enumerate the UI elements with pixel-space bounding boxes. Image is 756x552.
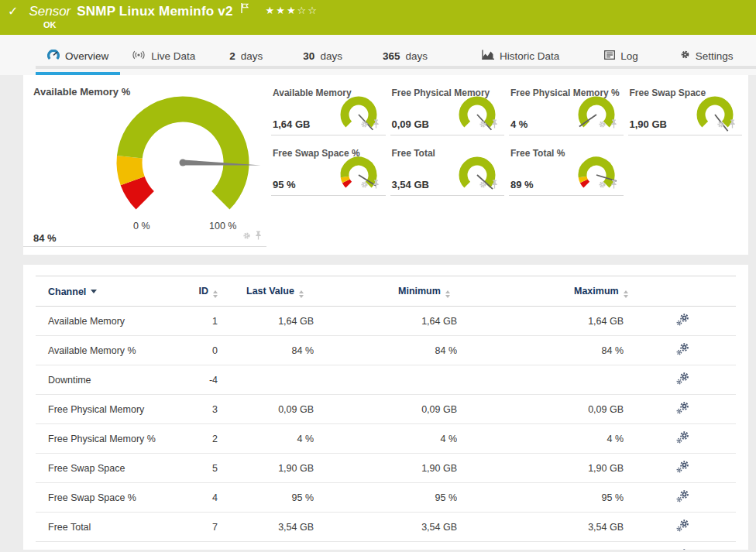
- cell-ch: Free Physical Memory %: [36, 424, 171, 454]
- gauge-pin-icon[interactable]: [373, 118, 380, 132]
- tab-label: days: [320, 50, 342, 62]
- cell-ch: Available Memory %: [36, 336, 171, 365]
- channel-settings-icon[interactable]: [676, 343, 689, 358]
- column-header-last-value[interactable]: Last Value: [218, 276, 314, 307]
- status-check-icon: ✓: [8, 5, 18, 18]
- tab-365-days[interactable]: 365days: [371, 43, 439, 69]
- gauge-pin-icon[interactable]: [729, 118, 736, 132]
- gauge-pin-icon[interactable]: [610, 178, 617, 192]
- gauge-settings-gear-icon[interactable]: [598, 178, 607, 192]
- cell-ch: Downtime: [36, 365, 171, 395]
- sort-active-icon: [91, 290, 97, 293]
- cell-lv: 1,90 GB: [218, 454, 314, 483]
- tab-label: Live Data: [151, 50, 195, 62]
- column-header-minimum[interactable]: Minimum: [314, 276, 457, 307]
- gauge-title: Free Total: [392, 148, 435, 159]
- gauge-settings-gear-icon[interactable]: [716, 118, 725, 132]
- sort-icon: [299, 290, 304, 298]
- main-gauge-value: 84 %: [33, 232, 57, 244]
- table-row: Free Swap Space %495 %95 %95 %: [36, 483, 736, 513]
- tab-overview[interactable]: Overview: [36, 43, 120, 69]
- gauge-tile-free-total-pct[interactable]: Free Total %89 %: [509, 145, 624, 196]
- tab-number: 365: [383, 50, 400, 62]
- tab-label: Overview: [65, 50, 108, 62]
- gauge-tile-free-swap-space-pct[interactable]: Free Swap Space %95 %: [271, 145, 386, 196]
- cell-id: 5: [171, 454, 218, 483]
- gauge-tile-free-physical-memory[interactable]: Free Physical Memory0,09 GB: [390, 84, 505, 135]
- gauge-scale-max: 100 %: [209, 221, 236, 231]
- gauge-tile-free-total[interactable]: Free Total3,54 GB: [390, 145, 505, 196]
- cell-max: 95 %: [457, 483, 624, 513]
- priority-flag-icon[interactable]: [241, 2, 249, 16]
- cell-min: 1,64 GB: [314, 307, 457, 336]
- priority-stars[interactable]: ★★★☆☆: [266, 5, 318, 16]
- cell-min: 4 %: [314, 424, 457, 454]
- channel-settings-icon[interactable]: [676, 519, 689, 534]
- column-label: Maximum: [574, 286, 619, 297]
- table-row: Available Memory %084 %84 %84 %: [36, 336, 736, 365]
- gauge-settings-gear-icon[interactable]: [479, 178, 487, 192]
- cell-lv: 89 %: [218, 542, 314, 550]
- tab-log[interactable]: Log: [593, 43, 650, 69]
- cell-lv: 0,09 GB: [218, 395, 314, 424]
- tab-historic-data[interactable]: Historic Data: [470, 43, 571, 69]
- cell-max: 1,90 GB: [457, 454, 624, 483]
- cell-id: 4: [171, 483, 218, 513]
- channel-settings-icon[interactable]: [676, 402, 689, 417]
- settings-gear-icon: [680, 50, 690, 62]
- cell-lv: 3,54 GB: [218, 513, 314, 542]
- column-header-id[interactable]: ID: [171, 276, 218, 307]
- column-header-actions: [624, 276, 736, 307]
- gauge-value: 95 %: [273, 179, 296, 190]
- gauge-value: 0,09 GB: [392, 118, 429, 130]
- column-header-maximum[interactable]: Maximum: [457, 276, 624, 307]
- channel-settings-icon[interactable]: [676, 490, 689, 505]
- gauge-pin-icon[interactable]: [491, 118, 498, 132]
- gauge-tile-free-swap-space[interactable]: Free Swap Space1,90 GB: [628, 84, 743, 135]
- cell-max: 1,64 GB: [457, 307, 624, 336]
- main-gauge: [51, 77, 268, 231]
- sensor-type-label: Sensor: [24, 4, 70, 19]
- channel-settings-icon[interactable]: [676, 314, 689, 328]
- table-row: Free Total %689 %89 %89 %: [36, 542, 736, 550]
- overview-content: Available Memory % 0 % 100 % 84 % Availa…: [0, 75, 756, 550]
- channel-settings-icon[interactable]: [676, 549, 689, 550]
- cell-min: 0,09 GB: [314, 395, 457, 424]
- channel-settings-icon[interactable]: [676, 461, 689, 475]
- gauge-settings-gear-icon[interactable]: [479, 118, 487, 132]
- tab-30-days[interactable]: 30days: [291, 43, 354, 69]
- cell-ch: Free Total: [36, 513, 171, 542]
- cell-ch: Free Swap Space: [36, 454, 171, 483]
- main-gauge-tile[interactable]: Available Memory % 0 % 100 % 84 %: [23, 75, 268, 255]
- column-label: Last Value: [246, 286, 294, 297]
- live-icon: [132, 50, 146, 62]
- tab-number: 2: [229, 50, 235, 62]
- sensor-header: ✓ Sensor SNMP Linux Meminfo v2 ★★★☆☆ OK: [0, 0, 756, 35]
- column-header-channel[interactable]: Channel: [36, 276, 171, 307]
- cell-min: 1,90 GB: [314, 454, 457, 483]
- cell-lv: [218, 365, 314, 395]
- cell-id: 0: [171, 336, 218, 365]
- gauge-settings-gear-icon[interactable]: [598, 118, 607, 132]
- tab-live-data[interactable]: Live Data: [120, 43, 207, 69]
- cell-lv: 1,64 GB: [218, 307, 314, 336]
- gauge-pin-icon[interactable]: [373, 178, 380, 192]
- channel-settings-icon[interactable]: [676, 431, 689, 446]
- gauge-settings-gear-icon[interactable]: [360, 118, 369, 132]
- gauge-pin-icon[interactable]: [610, 118, 617, 132]
- cell-lv: 4 %: [218, 424, 314, 454]
- tab-settings[interactable]: Settings: [668, 43, 745, 69]
- table-row: Free Physical Memory %24 %4 %4 %: [36, 424, 736, 454]
- gauge-value: 1,64 GB: [273, 118, 310, 130]
- gauge-settings-gear-icon[interactable]: [360, 178, 369, 192]
- gauge-tile-free-physical-memory-pct[interactable]: Free Physical Memory %4 %: [509, 84, 624, 135]
- tab-2-days[interactable]: 2days: [218, 43, 274, 69]
- gauge-tile-available-memory[interactable]: Available Memory1,64 GB: [271, 84, 386, 135]
- gauge-settings-gear-icon[interactable]: [242, 229, 251, 243]
- tab-label: days: [241, 50, 263, 62]
- status-badge: OK: [43, 20, 57, 29]
- channel-settings-icon[interactable]: [676, 372, 689, 387]
- cell-max: 4 %: [457, 424, 624, 454]
- gauge-pin-icon[interactable]: [255, 229, 262, 243]
- gauge-pin-icon[interactable]: [491, 178, 498, 192]
